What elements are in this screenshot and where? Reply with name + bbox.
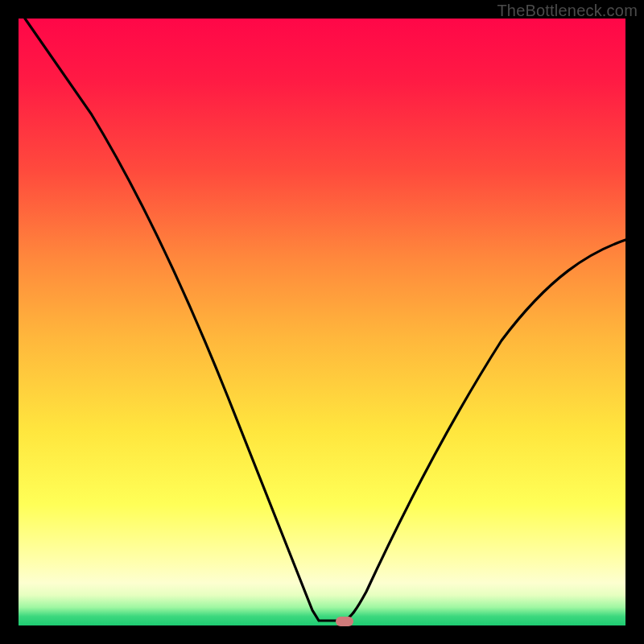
optimal-point-marker <box>336 617 353 626</box>
bottleneck-curve <box>19 19 625 625</box>
plot-area <box>19 19 625 625</box>
watermark-text: TheBottleneck.com <box>497 2 638 20</box>
chart-frame: TheBottleneck.com <box>0 0 644 644</box>
curve-path <box>25 19 625 621</box>
